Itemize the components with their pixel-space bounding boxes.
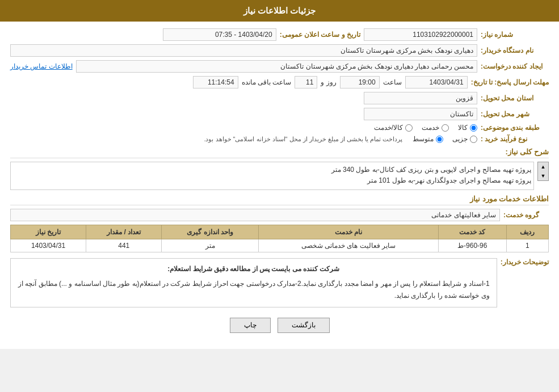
deadline-date: 1403/04/31: [405, 76, 468, 88]
category-label-kala: کالا: [458, 124, 468, 132]
category-label: طبقه بندی موضوعی:: [481, 124, 549, 132]
services-table: ردیف کد خدمت نام خدمت واحد اندازه گیری ت…: [10, 225, 549, 252]
category-radio-kala[interactable]: [470, 124, 477, 132]
category-radio-khedmat[interactable]: [442, 124, 449, 132]
desc-line-2: پروژه تهیه مصالح و اجرای جدولگذاری نهر-ب…: [13, 175, 531, 186]
announce-date-label: تاریخ و ساعت اعلان عمومی:: [280, 31, 360, 39]
category-radio-group: کالا خدمت کالا/خدمت: [374, 124, 477, 132]
buyer-notes-label: توضیحات خریدار:: [501, 258, 549, 266]
cell-unit: متر: [162, 239, 259, 252]
category-row: طبقه بندی موضوعی: کالا خدمت کالا/خدمت: [10, 124, 549, 132]
service-group-row: گروه خدمت: سایر فعالیتهای خدماتی: [10, 209, 549, 221]
page-header: جزئیات اطلاعات نیاز: [0, 0, 559, 22]
service-group-label: گروه خدمت:: [503, 211, 549, 219]
btn-row: بازگشت چاپ: [10, 318, 549, 342]
scroll-up-btn[interactable]: ▲: [538, 162, 548, 171]
content-area: شماره نیاز: 1103102922000001 تاریخ و ساع…: [0, 22, 559, 349]
col-header-code: کد خدمت: [438, 225, 506, 239]
requester-value: محسن رحمانی دهیار دهیاری نودهک بخش مرکزی…: [76, 60, 477, 73]
city-row: شهر محل تحویل: تاکستان: [10, 108, 549, 120]
deadline-row: مهلت ارسال پاسخ: تا تاریخ: 1403/04/31 سا…: [10, 76, 549, 88]
category-option-kala-khedmat[interactable]: کالا/خدمت: [374, 124, 413, 132]
col-header-date: تاریخ نیاز: [11, 225, 86, 239]
deadline-remaining: 11:14:54: [193, 76, 238, 88]
description-row: ▲ ▼ پروژه تهیه مصالح و اجرای لاپویی و بت…: [10, 162, 549, 190]
col-header-qty: تعداد / مقدار: [86, 225, 162, 239]
deadline-time-label: ساعت: [383, 78, 402, 86]
category-option-kala[interactable]: کالا: [458, 124, 477, 132]
description-area: ▲ ▼ پروژه تهیه مصالح و اجرای لاپویی و بت…: [10, 162, 549, 190]
col-header-name: نام خدمت: [258, 225, 438, 239]
page-title: جزئیات اطلاعات نیاز: [243, 6, 316, 15]
back-button[interactable]: بازگشت: [278, 318, 330, 333]
description-box: ▲ ▼ پروژه تهیه مصالح و اجرای لاپویی و بت…: [10, 162, 549, 190]
table-row: 1 960-96-ط سایر فعالیت های خدماتی شخصی م…: [11, 239, 549, 252]
service-group-value: سایر فعالیتهای خدماتی: [10, 209, 500, 221]
deadline-label: مهلت ارسال پاسخ: تا تاریخ:: [471, 78, 549, 86]
cell-date: 1403/04/31: [11, 239, 86, 252]
cell-name: سایر فعالیت های خدماتی شخصی: [258, 239, 438, 252]
cell-code: 960-96-ط: [438, 239, 506, 252]
process-radio-motawaset[interactable]: [436, 136, 443, 143]
city-label: شهر محل تحویل:: [481, 110, 549, 118]
process-radio-jozyi[interactable]: [470, 136, 477, 143]
process-radio-group: جزیی متوسط: [413, 135, 477, 143]
process-label-motawaset: متوسط: [413, 135, 434, 143]
org-value: دهیاری نودهک بخش مرکزی شهرستان تاکستان: [10, 44, 477, 57]
process-option-motawaset[interactable]: متوسط: [413, 135, 443, 143]
scroll-controls: ▲ ▼: [537, 162, 549, 181]
category-label-kala-khedmat: کالا/خدمت: [374, 124, 403, 132]
desc-line-1: پروژه تهیه مصالح و اجرای لاپویی و بتن ری…: [13, 165, 531, 175]
buyer-notes-row: توضیحات خریدار: شرکت کننده می بایست پس ا…: [10, 258, 549, 311]
cell-row-num: 1: [506, 239, 548, 252]
watermark-area: شماره نیاز: 1103102922000001 تاریخ و ساع…: [10, 28, 549, 311]
service-info-title: اطلاعات خدمات مورد نیاز: [10, 195, 549, 205]
print-button[interactable]: چاپ: [230, 318, 271, 333]
deadline-time: 19:00: [340, 76, 380, 88]
description-text: پروژه تهیه مصالح و اجرای لاپویی و بتن ری…: [10, 162, 534, 190]
province-row: استان محل تحویل: قزوین: [10, 92, 549, 104]
requester-row: ایجاد کننده درخواست: محسن رحمانی دهیار د…: [10, 60, 549, 73]
process-label: نوع فرآیند خرید :: [481, 135, 549, 143]
need-number-label: شماره نیاز:: [481, 31, 549, 39]
org-row: نام دستگاه خریدار: دهیاری نودهک بخش مرکز…: [10, 44, 549, 57]
category-option-khedmat[interactable]: خدمت: [422, 124, 449, 132]
province-value: قزوین: [364, 92, 477, 104]
city-value: تاکستان: [364, 108, 477, 120]
announce-date-value: 1403/04/20 - 07:35: [163, 28, 276, 41]
cell-qty: 441: [86, 239, 162, 252]
process-row: نوع فرآیند خرید : جزیی متوسط پرداخت تمام…: [10, 135, 549, 143]
deadline-remaining-label: ساعت باقی مانده: [242, 78, 292, 86]
requester-label: ایجاد کننده درخواست:: [481, 62, 549, 70]
page-wrapper: جزئیات اطلاعات نیاز شماره نیاز: 11031029…: [0, 0, 559, 349]
province-label: استان محل تحویل:: [481, 94, 549, 102]
deadline-days: 11: [295, 76, 317, 88]
category-label-khedmat: خدمت: [422, 124, 439, 132]
deadline-days-label: روز و: [321, 78, 336, 86]
need-number-value: 1103102922000001: [364, 28, 477, 41]
buyer-notes-detail: 1-اسناد و شرایط استعلام را پس از مهر و ا…: [18, 278, 490, 302]
requester-contact-link[interactable]: اطلاعات تماس خریدار: [10, 62, 73, 70]
need-number-row: شماره نیاز: 1103102922000001 تاریخ و ساع…: [10, 28, 549, 41]
category-radio-kala-khedmat[interactable]: [405, 124, 413, 132]
scroll-down-btn[interactable]: ▼: [538, 171, 548, 180]
process-option-jozyi[interactable]: جزیی: [452, 135, 477, 143]
org-label: نام دستگاه خریدار:: [481, 47, 549, 54]
process-note: پرداخت تمام یا بخشی از مبلغ خریدار از مح…: [204, 136, 402, 143]
process-label-jozyi: جزیی: [452, 135, 468, 143]
col-header-unit: واحد اندازه گیری: [162, 225, 259, 239]
buyer-notes-box: شرکت کننده می بایست پس از مطالعه دقیق شر…: [10, 258, 497, 307]
description-section-title: شرح کلی نیاز:: [10, 147, 549, 158]
buyer-notes-intro: شرکت کننده می بایست پس از مطالعه دقیق شر…: [18, 263, 490, 276]
col-header-row-num: ردیف: [506, 225, 548, 239]
